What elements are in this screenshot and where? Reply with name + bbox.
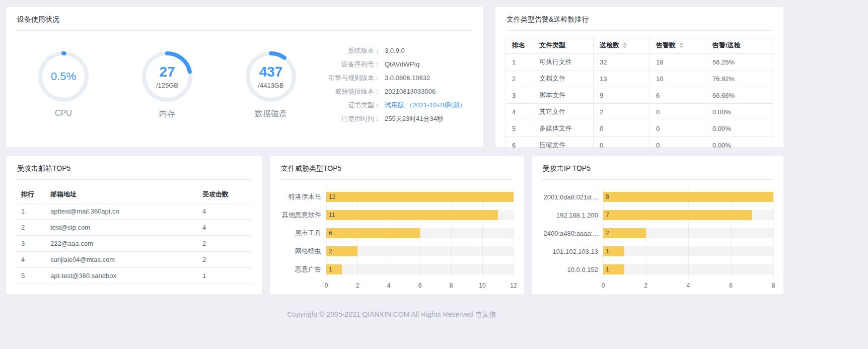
- table-row: 1apttest@mail.360apt.cn4: [16, 203, 252, 220]
- table-row: 4其它文件200.00%: [506, 104, 773, 120]
- table-row: 5多媒体文件000.00%: [506, 120, 773, 137]
- gauge-cpu: 0.5%CPU: [23, 50, 104, 119]
- chart-category-label: 网络蠕虫: [280, 242, 326, 260]
- bar-value-label: 8: [603, 193, 609, 200]
- device-info-row: 已使用时间：255天23时41分34秒: [321, 112, 473, 125]
- table-cell: 0.00%: [706, 137, 773, 154]
- bar: 1: [326, 264, 342, 274]
- info-label: 证书类型：: [321, 98, 381, 112]
- table-cell: 4: [506, 104, 533, 120]
- caret-up-icon: [623, 42, 627, 45]
- gauge-label: CPU: [23, 109, 104, 118]
- device-info-row: 威胁情报版本：20210813033006: [321, 85, 473, 98]
- gauge-subtext: /125GB: [156, 82, 178, 89]
- table-header-row: 排名文件类型送检数告警数告警/送检: [506, 37, 773, 54]
- bar: 1: [603, 264, 624, 274]
- filetype-table-head: 排名文件类型送检数告警数告警/送检: [506, 37, 773, 54]
- bar: 12: [326, 192, 514, 202]
- gauge-list: 0.5%CPU27/125GB内存437/4413GB数据磁盘: [16, 50, 318, 119]
- bar-track: 8: [603, 192, 773, 202]
- chart-bar-row: 2: [326, 242, 514, 260]
- bar-value-label: 12: [326, 193, 335, 200]
- column-header-label: 排行: [21, 190, 34, 199]
- bar-track: 7: [603, 210, 773, 220]
- info-value: 255天23时41分34秒: [385, 112, 444, 125]
- gauge-ring: 437/4413GB: [245, 50, 297, 103]
- table-row: 3222@aaa.com2: [16, 236, 252, 252]
- sort-icon[interactable]: [623, 42, 627, 48]
- column-header[interactable]: 告警数: [650, 37, 706, 54]
- table-cell: 76.92%: [706, 71, 773, 87]
- chart-category-label: 10.0.0.152: [542, 260, 603, 278]
- gauge-memory: 27/125GB内存: [127, 50, 207, 119]
- axis-tick-label: 6: [418, 282, 422, 289]
- column-header: 排名: [506, 37, 533, 54]
- column-header: 排行: [16, 186, 45, 203]
- panel-attacked-mailbox-top5: 受攻击邮箱TOP5 排行邮箱地址受攻击数1apttest@mail.360apt…: [6, 156, 262, 294]
- bar-track: 1: [603, 246, 773, 256]
- info-label: 威胁情报版本：: [321, 85, 381, 98]
- bar-value-label: 1: [603, 248, 609, 255]
- column-header: 文件类型: [533, 37, 594, 54]
- table-cell: 3: [506, 87, 533, 104]
- device-body: 0.5%CPU27/125GB内存437/4413GB数据磁盘 系统版本：3.0…: [16, 44, 473, 125]
- column-header: 受攻击数: [197, 186, 252, 203]
- column-header-label: 告警/送检: [712, 41, 741, 50]
- caret-down-icon: [679, 46, 683, 48]
- table-cell: 压缩文件: [533, 137, 594, 154]
- panel-file-threat-top5: 文件威胁类型TOP5 特洛伊木马其他恶意软件黑市工具网络蠕虫恶意广告 12116…: [270, 156, 524, 294]
- filetype-table-body: 1可执行文件321856.25%2文档文件131076.92%3脚本文件9666…: [506, 54, 773, 154]
- chart-category-label: 192.168.1.200: [542, 206, 603, 224]
- bar-value-label: 1: [603, 266, 609, 273]
- table-cell: 9: [594, 87, 650, 104]
- table-row: 1可执行文件321856.25%: [506, 54, 773, 71]
- table-cell: 0.00%: [706, 120, 773, 137]
- table-cell: 6: [506, 137, 533, 154]
- chart-body: 2001:0da8:021d:...192.168.1.2002400:a480…: [542, 188, 773, 278]
- table-cell: 0: [594, 120, 650, 137]
- bar-track: 2: [326, 246, 514, 256]
- filetype-table: 排名文件类型送检数告警数告警/送检1可执行文件321856.25%2文档文件13…: [505, 37, 773, 154]
- dashboard-page: 设备使用状况 0.5%CPU27/125GB内存437/4413GB数据磁盘 系…: [0, 0, 868, 349]
- sort-icon[interactable]: [679, 42, 683, 48]
- device-info-list: 系统版本：3.0.9.0设备序列号：QtAVdWPIq引擎与规则版本：3.0.0…: [321, 44, 473, 125]
- bar: 6: [326, 228, 420, 238]
- axis-tick-label: 0: [325, 282, 328, 289]
- gauge-value: 0.5%: [51, 70, 76, 83]
- table-cell: sunjiale04@mtas.com: [45, 252, 197, 268]
- table-cell: 脚本文件: [533, 87, 594, 104]
- axis-tick-label: 4: [687, 282, 690, 289]
- gauge-center: 437/4413GB: [245, 50, 297, 103]
- axis-tick-label: 2: [644, 282, 647, 289]
- table-cell: 其它文件: [533, 104, 594, 120]
- table-row: 5apt-test@360.sandbox1: [16, 268, 252, 284]
- info-label: 引擎与规则版本：: [321, 71, 381, 85]
- table-cell: 2: [197, 236, 252, 252]
- license-type-link[interactable]: 试用版 （2021-10-28到期）: [385, 98, 466, 112]
- bar: 1: [603, 246, 624, 256]
- chart-bar-row: 6: [326, 224, 514, 242]
- table-row: 2文档文件131076.92%: [506, 71, 773, 87]
- bar-track: 12: [326, 192, 514, 202]
- bar: 7: [603, 210, 752, 220]
- table-cell: 5: [506, 120, 533, 137]
- axis-tick-label: 8: [450, 282, 453, 289]
- table-cell: 0: [650, 104, 706, 120]
- table-cell: 可执行文件: [533, 54, 594, 71]
- gauge-label: 内存: [127, 109, 207, 119]
- chart-plot-area: 1211621: [326, 188, 514, 278]
- info-value: QtAVdWPIq: [385, 57, 419, 71]
- info-label: 设备序列号：: [321, 57, 381, 71]
- panel-filetype-ranking: 文件类型告警&送检数排行 排名文件类型送检数告警数告警/送检1可执行文件3218…: [495, 7, 783, 147]
- gauge-disk: 437/4413GB数据磁盘: [231, 50, 311, 119]
- table-cell: 0: [650, 120, 706, 137]
- panel-title: 受攻击邮箱TOP5: [16, 163, 252, 180]
- table-cell: 2: [197, 252, 252, 268]
- bar-value-label: 1: [326, 266, 332, 273]
- bar-track: 1: [603, 264, 773, 274]
- column-header[interactable]: 送检数: [594, 37, 650, 54]
- table-cell: 文档文件: [533, 71, 594, 87]
- table-row: 6压缩文件000.00%: [506, 137, 773, 154]
- panel-title: 文件威胁类型TOP5: [280, 163, 514, 180]
- table-cell: 1: [197, 268, 252, 284]
